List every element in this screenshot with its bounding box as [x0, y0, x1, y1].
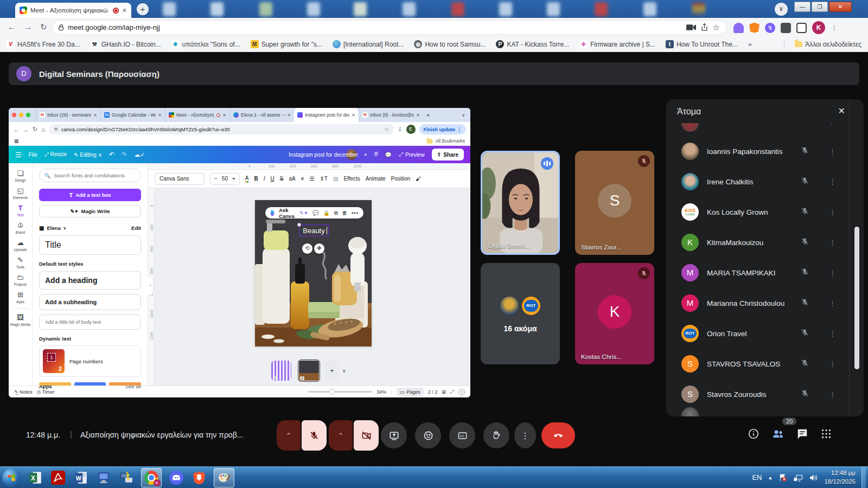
mic-off-icon[interactable] [801, 329, 809, 339]
selection-handle[interactable] [297, 223, 301, 227]
info-button[interactable] [748, 428, 760, 440]
canva-share-button[interactable]: ⇪Share [432, 149, 464, 160]
presentation-banner[interactable]: D Digital Seminars (Παρουσίαση) [9, 62, 859, 85]
brand-edit-button[interactable]: Edit [131, 225, 141, 231]
tile-overflow[interactable]: ROT 16 ακόμα [481, 263, 560, 364]
people-button[interactable] [771, 427, 784, 440]
participant-row[interactable]: M MARIA TSAMPIKAKI ⋮ [666, 258, 864, 288]
panel-close-icon[interactable]: ✕ [838, 106, 845, 116]
body-style-button[interactable]: Add a little bit of body text [39, 314, 141, 330]
show-desktop-button[interactable] [861, 467, 866, 488]
shared-tab-gmail1[interactable]: MInbox (29) - seminarsd✕ [36, 108, 100, 122]
underline-button[interactable]: U [271, 176, 275, 182]
list-button[interactable]: ☰ [309, 176, 314, 182]
share-icon[interactable] [700, 23, 709, 31]
reactions-button[interactable] [415, 422, 441, 448]
bookmark-item[interactable]: PKAT - Kickass Torre... [496, 40, 569, 48]
brand-kit-row[interactable]: ▦ Elena∨ Edit [39, 225, 141, 231]
present-button[interactable] [381, 422, 407, 448]
more-options-icon[interactable]: ⋮ [829, 299, 836, 307]
other-bookmarks-folder[interactable]: Άλλοι σελιδοδείκτες [795, 41, 861, 48]
window-maximize-button[interactable]: ❐ [812, 2, 828, 12]
puzzle-extensions-icon[interactable] [781, 23, 791, 33]
zoom-slider[interactable] [308, 391, 372, 393]
tile-stavros-zour[interactable]: S Stavros Zour... [575, 151, 654, 255]
taskbar-paint-icon[interactable] [214, 468, 234, 487]
align-button[interactable]: ≡ [301, 176, 304, 182]
new-tab-button[interactable]: + [137, 3, 149, 15]
tray-expand-icon[interactable]: ▲ [768, 475, 773, 480]
rail-item-projects[interactable]: 🗀Projects [9, 274, 32, 286]
timer-button[interactable]: ◷ Timer [37, 389, 55, 395]
page-thumbnail-1[interactable]: 1 [271, 361, 291, 381]
raise-hand-button[interactable] [483, 422, 509, 448]
volume-icon[interactable] [809, 473, 818, 482]
more-options-icon[interactable]: ⋮ [829, 208, 836, 216]
mic-off-icon[interactable] [801, 359, 809, 369]
selected-text-element[interactable]: Beauty [299, 224, 329, 236]
mini-address-bar[interactable]: ⚙ canva.com/design/DAG72teKOzc/aa40hVH9I… [49, 124, 394, 134]
pages-view-button[interactable]: ▭Pages [397, 388, 424, 396]
hangup-button[interactable] [541, 422, 575, 448]
rotate-handle[interactable]: ⟲ [302, 243, 312, 254]
tab-search-button[interactable]: ∨ [775, 3, 788, 16]
delete-icon[interactable]: 🗑 [342, 210, 348, 216]
participant-row[interactable]: ROT Orion Travel ⋮ [666, 318, 864, 349]
bookmark-item[interactable]: VHASfit's Free 30 Da... [7, 40, 80, 48]
ask-canva-button[interactable]: Ask Canva [279, 207, 295, 219]
camera-toggle-button[interactable] [354, 420, 379, 451]
mic-off-icon[interactable] [801, 146, 809, 157]
copy-style-icon[interactable]: 🖌 [416, 176, 421, 182]
mini-download-icon[interactable]: ⇩ [398, 126, 402, 132]
bookmark-item[interactable]: MSuper growth for "s... [251, 40, 322, 48]
shared-tab-gmail2[interactable]: MInbox (9) - kontiza@soc✕ [359, 108, 423, 122]
back-icon[interactable]: ← [8, 22, 16, 31]
rail-item-tools[interactable]: ✎Tools [9, 256, 32, 269]
rail-item-brand[interactable]: ♔Brand [9, 222, 32, 234]
redo-icon[interactable]: ↷ [122, 151, 127, 158]
profile-avatar[interactable]: K [812, 21, 825, 34]
rail-item-design[interactable]: ❏Design [9, 170, 32, 182]
effects-button[interactable]: Effects [343, 176, 360, 182]
mini-forward-icon[interactable]: → [23, 126, 29, 133]
heading-style-button[interactable]: Add a heading [39, 271, 141, 290]
tile-kostas[interactable]: K Kostas Chris... [575, 263, 654, 364]
grid-view-icon[interactable]: ⊞ [442, 389, 446, 395]
animate-button[interactable]: Animate [366, 176, 386, 182]
all-bookmarks-button[interactable]: All Bookmarks [426, 138, 465, 144]
reload-icon[interactable]: ↻ [40, 22, 47, 32]
activities-button[interactable] [820, 428, 832, 440]
lock-element-icon[interactable]: 🔒 [323, 210, 330, 216]
rail-item-text[interactable]: TText [9, 204, 32, 217]
mic-off-icon[interactable] [801, 298, 809, 309]
add-page-button[interactable]: + [325, 361, 339, 381]
font-family-select[interactable]: Canva Sans [155, 173, 205, 185]
position-button[interactable]: Position [391, 176, 410, 182]
participant-row[interactable]: S STAVROS TSAVALOS ⋮ [666, 349, 864, 379]
panel-collapse-handle[interactable]: ‹ [148, 276, 154, 296]
bookmarks-overflow-chevron[interactable]: » [748, 41, 752, 48]
shared-new-tab-icon[interactable]: + [426, 112, 430, 118]
more-options-icon[interactable]: ⋮ [829, 269, 836, 277]
taskbar-acrobat-icon[interactable] [50, 470, 66, 486]
mini-home-icon[interactable]: ⌂ [41, 126, 45, 133]
tab-close-icon[interactable]: ✕ [122, 7, 127, 14]
pages-chevron-icon[interactable]: ∨ [342, 368, 346, 374]
subheading-style-button[interactable]: Add a subheading [39, 294, 141, 310]
bookmark-item[interactable]: ⚒GHash.IO - Bitcoin... [91, 40, 161, 48]
taskbar-discord-icon[interactable] [168, 470, 184, 486]
bookmark-star-icon[interactable]: ☆ [713, 23, 720, 33]
captions-button[interactable]: CC [449, 422, 475, 448]
rail-item-uploads[interactable]: ☁Uploads [9, 239, 32, 252]
mic-off-icon[interactable] [801, 268, 809, 278]
canva-comment-icon[interactable]: 💬 [385, 152, 392, 158]
magic-write-button[interactable]: ✎✦Magic Write [39, 205, 141, 217]
notes-button[interactable]: ✎̲ Notes [14, 389, 33, 395]
network-icon[interactable] [793, 473, 803, 482]
tile-digital-seminars[interactable]: Digital Semin... [481, 151, 560, 255]
spacing-button[interactable]: ⇕T [320, 176, 328, 182]
participant-row[interactable]: Ioannis Papakonstantis ⋮ [666, 136, 864, 166]
language-indicator[interactable]: EN [752, 473, 762, 481]
more-options-icon[interactable]: ••• [352, 210, 359, 216]
canva-file-menu[interactable]: File [29, 152, 37, 158]
